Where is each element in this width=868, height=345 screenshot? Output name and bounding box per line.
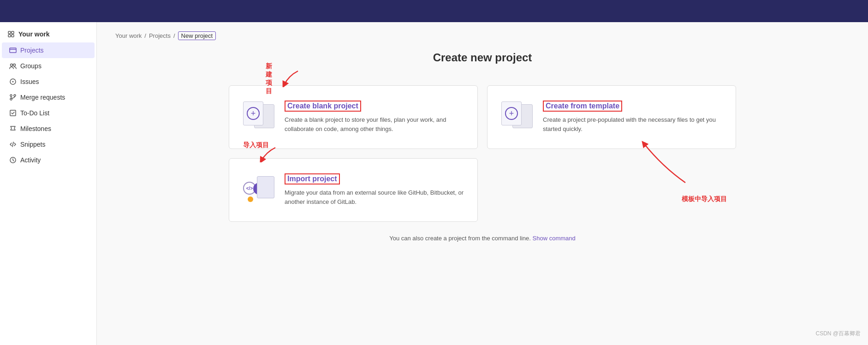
top-bar: [0, 0, 868, 22]
template-card-desc: Create a project pre-populated with the …: [543, 115, 723, 133]
sidebar-item-projects[interactable]: Projects: [2, 42, 95, 58]
template-icon: +: [501, 101, 533, 133]
projects-label: Projects: [20, 47, 44, 54]
blank-card-desc: Create a blank project to store your fil…: [285, 115, 464, 133]
annotation-xinjiangxiangmu: 新建项目: [266, 62, 272, 95]
groups-icon: [9, 62, 17, 70]
plus-circle-blank: +: [247, 107, 260, 120]
todo-icon: [9, 109, 17, 117]
arrow-muban: [635, 139, 690, 185]
sidebar-item-snippets[interactable]: Snippets: [2, 137, 95, 152]
svg-rect-4: [10, 48, 16, 53]
activity-icon: [9, 156, 17, 164]
sidebar-item-activity[interactable]: Activity: [2, 152, 95, 168]
page-title: Create new project: [115, 51, 850, 64]
template-icon-wrap: +: [500, 101, 534, 134]
groups-label: Groups: [20, 62, 42, 70]
sidebar: Your work Projects Groups: [0, 22, 97, 345]
svg-point-6: [13, 64, 16, 66]
activity-label: Activity: [20, 156, 41, 164]
import-card-title: Import project: [285, 173, 340, 184]
breadcrumb-sep2: /: [173, 32, 175, 39]
import-card-body: Import project Migrate your data from an…: [285, 173, 464, 206]
sidebar-item-todo[interactable]: To-Do List: [2, 105, 95, 121]
template-doc-front: +: [501, 101, 522, 125]
merge-icon: [9, 94, 17, 101]
main-content: Your work / Projects / New project Creat…: [97, 22, 868, 345]
template-card-body: Create from template Create a project pr…: [543, 101, 723, 133]
csdn-watermark: CSDN @百幕卿君: [815, 330, 861, 338]
issues-label: Issues: [20, 78, 39, 85]
milestones-label: Milestones: [20, 125, 51, 132]
arrow-xinjiangxiangmu: [279, 69, 303, 87]
show-command-link[interactable]: Show command: [533, 235, 576, 242]
snippets-label: Snippets: [20, 141, 45, 148]
svg-rect-3: [12, 35, 14, 37]
breadcrumb-current: New project: [178, 31, 216, 40]
your-work-icon: [7, 30, 15, 38]
sidebar-item-issues[interactable]: Issues: [2, 74, 95, 89]
import-icon-wrap: </> →: [242, 173, 275, 207]
svg-rect-1: [12, 31, 14, 34]
cards-grid: + Create blank project Create a blank pr…: [229, 85, 736, 222]
template-card-title: Create from template: [543, 101, 622, 112]
merge-requests-label: Merge requests: [20, 94, 65, 101]
import-visual: </> →: [243, 176, 274, 204]
breadcrumb-projects[interactable]: Projects: [149, 32, 171, 39]
sidebar-item-merge-requests[interactable]: Merge requests: [2, 89, 95, 105]
projects-icon: [9, 47, 17, 54]
bottom-note-text: You can also create a project from the c…: [389, 235, 531, 242]
doc-front: +: [243, 101, 263, 125]
issues-icon: [9, 78, 17, 85]
svg-point-5: [11, 64, 13, 66]
svg-point-9: [10, 95, 12, 96]
blank-card-title: Create blank project: [285, 101, 361, 112]
plus-circle-template: +: [505, 107, 518, 120]
annotation-mubanzong: 模板中导入项目: [487, 158, 736, 222]
sidebar-item-groups[interactable]: Groups: [2, 58, 95, 74]
svg-rect-0: [8, 31, 11, 34]
breadcrumb-sep1: /: [144, 32, 146, 39]
import-card-desc: Migrate your data from an external sourc…: [285, 188, 464, 206]
cards-wrapper: 新建项目: [229, 77, 736, 222]
bottom-note: You can also create a project from the c…: [115, 235, 850, 242]
card-template[interactable]: + Create from template Create a project …: [487, 85, 736, 149]
todo-label: To-Do List: [20, 109, 49, 117]
blank-card-body: Create blank project Create a blank proj…: [285, 101, 464, 133]
sidebar-header: Your work: [0, 26, 96, 42]
breadcrumb: Your work / Projects / New project: [115, 31, 850, 40]
svg-point-8: [12, 81, 14, 83]
blank-project-icon-wrap: +: [242, 101, 275, 134]
mini-dot: [248, 196, 253, 202]
annotation-muban-text: 模板中导入项目: [682, 195, 727, 203]
breadcrumb-yourwork[interactable]: Your work: [115, 32, 142, 39]
snippets-icon: [9, 141, 17, 148]
card-import-project[interactable]: 导入项目 </>: [229, 158, 478, 222]
sidebar-header-label: Your work: [18, 30, 49, 38]
svg-rect-2: [8, 35, 11, 37]
blank-project-icon: +: [243, 101, 274, 133]
sidebar-item-milestones[interactable]: Milestones: [2, 121, 95, 137]
import-doc: [257, 176, 274, 198]
arrow-daoruxiangmu: [257, 146, 280, 162]
milestones-icon: [9, 125, 17, 132]
